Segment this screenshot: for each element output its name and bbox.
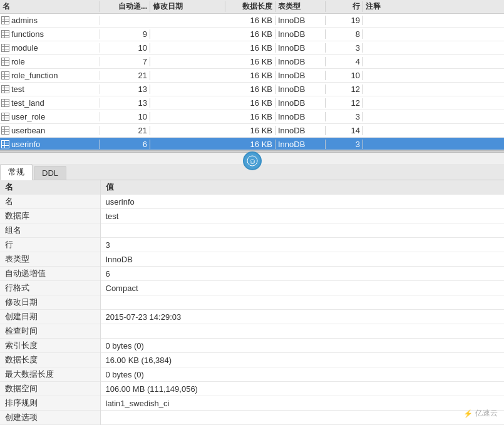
table-name-cell: role_function	[0, 71, 100, 80]
table-name-label: admins	[11, 16, 38, 25]
table-auto-cell: 7	[100, 57, 150, 66]
prop-row: 数据空间 106.00 MB (111,149,056)	[0, 382, 504, 396]
table-type-cell: InnoDB	[275, 126, 326, 135]
table-name-cell: module	[0, 43, 100, 53]
table-name-label: test_land	[11, 98, 44, 108]
table-name-cell: user_role	[0, 112, 100, 121]
table-type-cell: InnoDB	[275, 84, 326, 94]
tab-常规[interactable]: 常规	[0, 164, 33, 180]
col-header-comment: 注释	[363, 1, 401, 12]
table-row[interactable]: module 10 16 KB InnoDB 3	[0, 41, 504, 55]
prop-key: 组名	[0, 223, 100, 238]
table-body: admins 16 KB InnoDB 19 functions 9 16 KB…	[0, 14, 504, 150]
prop-value: 16.00 KB (16,384)	[100, 353, 504, 367]
col-header-datalen: 数据长度	[225, 1, 275, 12]
prop-value: 2015-07-23 14:29:03	[100, 310, 504, 324]
properties-table: 名 值 名 userinfo 数据库 test 组名 行 3 表类型 InnoD…	[0, 180, 504, 425]
table-datalen-cell: 16 KB	[225, 29, 275, 39]
prop-row: 数据库 test	[0, 209, 504, 223]
prop-key: 创建选项	[0, 411, 100, 425]
prop-row: 表类型 InnoDB	[0, 252, 504, 267]
table-row[interactable]: role 7 16 KB InnoDB 4	[0, 55, 504, 69]
table-name-cell: admins	[0, 16, 100, 25]
table-icon	[1, 113, 9, 121]
prop-key: 检查时间	[0, 324, 100, 339]
table-name-cell: userinfo	[0, 140, 100, 149]
prop-value	[100, 295, 504, 310]
tab-DDL[interactable]: DDL	[34, 166, 66, 180]
col-header-auto: 自动递...	[100, 1, 150, 12]
prop-key: 索引长度	[0, 339, 100, 353]
prop-row: 修改日期	[0, 295, 504, 310]
prop-row: 创建日期 2015-07-23 14:29:03	[0, 310, 504, 324]
table-datalen-cell: 16 KB	[225, 71, 275, 80]
col-header-modified: 修改日期	[150, 1, 225, 12]
table-rows-cell: 4	[326, 57, 363, 66]
table-rows-cell: 3	[326, 43, 363, 53]
table-auto-cell: 10	[100, 43, 150, 53]
table-type-cell: InnoDB	[275, 43, 326, 53]
table-datalen-cell: 16 KB	[225, 84, 275, 94]
svg-text:☺: ☺	[248, 156, 256, 166]
table-auto-cell: 21	[100, 126, 150, 135]
table-auto-cell: 9	[100, 29, 150, 39]
table-name-cell: functions	[0, 29, 100, 39]
prop-key: 行格式	[0, 281, 100, 295]
table-name-label: userbean	[11, 126, 45, 135]
prop-row: 名 userinfo	[0, 195, 504, 209]
table-rows-cell: 10	[326, 71, 363, 80]
table-row[interactable]: functions 9 16 KB InnoDB 8	[0, 28, 504, 41]
table-icon	[1, 126, 9, 135]
divider-icon: ☺	[243, 151, 262, 170]
prop-value: latin1_swedish_ci	[100, 396, 504, 411]
prop-key: 创建日期	[0, 310, 100, 324]
table-row[interactable]: test_land 13 16 KB InnoDB 12	[0, 96, 504, 110]
table-name-label: module	[11, 43, 38, 53]
prop-key: 最大数据长度	[0, 367, 100, 382]
table-name-label: functions	[11, 29, 44, 39]
table-datalen-cell: 16 KB	[225, 43, 275, 53]
divider-panel: ☺	[0, 150, 504, 153]
prop-row: 索引长度 0 bytes (0)	[0, 339, 504, 353]
watermark-text: 亿速云	[475, 408, 498, 419]
prop-value	[100, 223, 504, 238]
prop-value: InnoDB	[100, 252, 504, 267]
table-type-cell: InnoDB	[275, 71, 326, 80]
table-type-cell: InnoDB	[275, 16, 326, 25]
prop-row: 组名	[0, 223, 504, 238]
table-name-cell: userbean	[0, 126, 100, 135]
table-name-label: test	[11, 84, 24, 94]
table-auto-cell: 10	[100, 112, 150, 121]
top-panel: 名 自动递... 修改日期 数据长度 表类型 行 注释 admins 16 KB…	[0, 0, 504, 150]
prop-key: 表类型	[0, 252, 100, 267]
table-icon	[1, 30, 9, 38]
watermark-logo: ⚡	[463, 409, 473, 418]
table-datalen-cell: 16 KB	[225, 98, 275, 108]
table-row[interactable]: userbean 21 16 KB InnoDB 14	[0, 124, 504, 138]
table-rows-cell: 8	[326, 29, 363, 39]
prop-value: userinfo	[100, 195, 504, 209]
table-type-cell: InnoDB	[275, 57, 326, 66]
table-icon	[1, 99, 9, 107]
prop-row: 最大数据长度 0 bytes (0)	[0, 367, 504, 382]
table-type-cell: InnoDB	[275, 140, 326, 149]
table-row[interactable]: userinfo 6 16 KB InnoDB 3	[0, 138, 504, 150]
table-icon	[1, 71, 9, 79]
col-header-name: 名	[0, 1, 100, 12]
table-name-label: user_role	[11, 112, 45, 121]
table-datalen-cell: 16 KB	[225, 140, 275, 149]
prop-key: 名	[0, 195, 100, 209]
table-row[interactable]: test 13 16 KB InnoDB 12	[0, 83, 504, 96]
prop-value: 0 bytes (0)	[100, 339, 504, 353]
prop-key: 排序规则	[0, 396, 100, 411]
table-rows-cell: 3	[326, 140, 363, 149]
table-row[interactable]: admins 16 KB InnoDB 19	[0, 14, 504, 28]
prop-value: Compact	[100, 281, 504, 295]
table-icon	[1, 44, 9, 52]
prop-row: 自动递增值 6	[0, 267, 504, 281]
table-row[interactable]: role_function 21 16 KB InnoDB 10	[0, 69, 504, 83]
prop-row: 创建选项	[0, 411, 504, 425]
table-row[interactable]: user_role 10 16 KB InnoDB 3	[0, 110, 504, 124]
prop-value: 3	[100, 238, 504, 252]
prop-value: 0 bytes (0)	[100, 367, 504, 382]
